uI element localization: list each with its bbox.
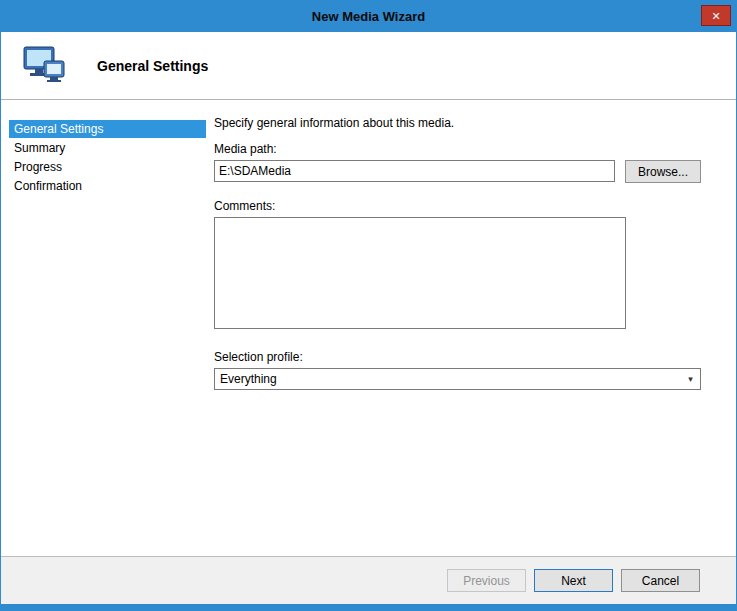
media-path-input[interactable] (214, 160, 615, 182)
close-button[interactable]: ✕ (701, 5, 731, 26)
selection-profile-label: Selection profile: (214, 350, 701, 364)
window-title: New Media Wizard (312, 9, 425, 24)
wizard-header: General Settings (1, 32, 736, 100)
wizard-footer: Previous Next Cancel (1, 556, 736, 604)
sidebar-item-confirmation[interactable]: Confirmation (9, 177, 206, 195)
selection-profile-value: Everything (220, 372, 277, 386)
cancel-button[interactable]: Cancel (621, 569, 700, 592)
wizard-content: Specify general information about this m… (214, 100, 737, 556)
browse-button[interactable]: Browse... (625, 160, 701, 183)
sidebar-item-general-settings[interactable]: General Settings (9, 120, 206, 138)
new-media-wizard-window: New Media Wizard ✕ General Settings Gene… (0, 0, 737, 611)
next-button[interactable]: Next (534, 569, 613, 592)
sidebar-item-summary[interactable]: Summary (9, 139, 206, 157)
chevron-down-icon: ▾ (682, 370, 699, 388)
comments-label: Comments: (214, 199, 701, 213)
wizard-steps-sidebar: General Settings Summary Progress Confir… (1, 100, 214, 556)
titlebar: New Media Wizard ✕ (1, 1, 736, 32)
sidebar-item-progress[interactable]: Progress (9, 158, 206, 176)
close-icon: ✕ (711, 10, 720, 22)
comments-textarea[interactable] (214, 217, 626, 329)
previous-button[interactable]: Previous (447, 569, 526, 592)
wizard-body: General Settings Summary Progress Confir… (1, 100, 736, 556)
description-text: Specify general information about this m… (214, 116, 701, 130)
page-title: General Settings (97, 58, 208, 74)
selection-profile-select[interactable]: Everything ▾ (214, 368, 701, 390)
computer-icon (21, 44, 69, 88)
media-path-label: Media path: (214, 142, 701, 156)
